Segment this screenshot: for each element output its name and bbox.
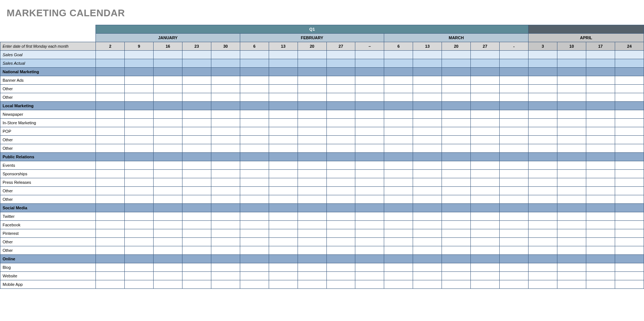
sales-goal-cell[interactable]: [355, 51, 384, 59]
data-cell[interactable]: [529, 127, 557, 136]
data-cell[interactable]: [125, 93, 154, 102]
data-cell[interactable]: [413, 187, 442, 195]
data-cell[interactable]: [96, 272, 125, 280]
data-cell[interactable]: [240, 221, 269, 229]
data-cell[interactable]: [154, 263, 182, 272]
data-cell[interactable]: [298, 93, 326, 102]
week-date-cell[interactable]: 20: [442, 42, 471, 51]
data-cell[interactable]: [125, 85, 154, 93]
data-cell[interactable]: [355, 127, 384, 136]
data-cell[interactable]: [471, 161, 500, 170]
data-cell[interactable]: [586, 221, 615, 229]
sales-goal-cell[interactable]: [154, 51, 182, 59]
sales-goal-cell[interactable]: [211, 51, 240, 59]
data-cell[interactable]: [125, 119, 154, 127]
data-cell[interactable]: [355, 110, 384, 119]
data-cell[interactable]: [269, 178, 298, 187]
data-cell[interactable]: [96, 93, 125, 102]
data-cell[interactable]: [269, 263, 298, 272]
data-cell[interactable]: [413, 170, 442, 178]
data-cell[interactable]: [499, 246, 528, 255]
data-cell[interactable]: [499, 263, 528, 272]
data-cell[interactable]: [355, 195, 384, 204]
data-cell[interactable]: [471, 246, 500, 255]
data-cell[interactable]: [154, 246, 182, 255]
data-cell[interactable]: [125, 127, 154, 136]
data-cell[interactable]: [557, 263, 586, 272]
data-cell[interactable]: [182, 238, 211, 246]
data-cell[interactable]: [529, 76, 557, 85]
data-cell[interactable]: [384, 178, 413, 187]
data-cell[interactable]: [499, 212, 528, 221]
data-cell[interactable]: [529, 178, 557, 187]
week-date-cell[interactable]: 13: [269, 42, 298, 51]
week-date-cell[interactable]: 24: [615, 42, 644, 51]
data-cell[interactable]: [182, 212, 211, 221]
data-cell[interactable]: [355, 212, 384, 221]
data-cell[interactable]: [442, 119, 471, 127]
data-cell[interactable]: [586, 272, 615, 280]
data-cell[interactable]: [557, 195, 586, 204]
data-cell[interactable]: [615, 136, 644, 144]
data-cell[interactable]: [298, 127, 326, 136]
data-cell[interactable]: [557, 119, 586, 127]
data-cell[interactable]: [125, 238, 154, 246]
data-cell[interactable]: [442, 136, 471, 144]
sales-actual-cell[interactable]: [529, 59, 557, 68]
data-cell[interactable]: [355, 144, 384, 153]
data-cell[interactable]: [442, 238, 471, 246]
data-cell[interactable]: [326, 187, 355, 195]
data-cell[interactable]: [384, 119, 413, 127]
data-cell[interactable]: [557, 76, 586, 85]
data-cell[interactable]: [125, 144, 154, 153]
data-cell[interactable]: [615, 110, 644, 119]
week-date-cell[interactable]: 23: [182, 42, 211, 51]
data-cell[interactable]: [125, 272, 154, 280]
data-cell[interactable]: [499, 136, 528, 144]
data-cell[interactable]: [384, 85, 413, 93]
data-cell[interactable]: [499, 229, 528, 238]
data-cell[interactable]: [499, 144, 528, 153]
week-date-cell[interactable]: 13: [413, 42, 442, 51]
data-cell[interactable]: [615, 144, 644, 153]
data-cell[interactable]: [586, 263, 615, 272]
data-cell[interactable]: [615, 119, 644, 127]
data-cell[interactable]: [96, 212, 125, 221]
data-cell[interactable]: [586, 246, 615, 255]
data-cell[interactable]: [298, 280, 326, 289]
data-cell[interactable]: [442, 195, 471, 204]
data-cell[interactable]: [413, 127, 442, 136]
data-cell[interactable]: [154, 212, 182, 221]
data-cell[interactable]: [154, 76, 182, 85]
data-cell[interactable]: [384, 187, 413, 195]
data-cell[interactable]: [413, 195, 442, 204]
data-cell[interactable]: [355, 85, 384, 93]
data-cell[interactable]: [471, 238, 500, 246]
data-cell[interactable]: [211, 93, 240, 102]
data-cell[interactable]: [182, 76, 211, 85]
data-cell[interactable]: [154, 280, 182, 289]
data-cell[interactable]: [240, 76, 269, 85]
data-cell[interactable]: [269, 272, 298, 280]
data-cell[interactable]: [125, 280, 154, 289]
sales-goal-cell[interactable]: [529, 51, 557, 59]
week-date-cell[interactable]: 6: [384, 42, 413, 51]
data-cell[interactable]: [529, 212, 557, 221]
data-cell[interactable]: [586, 110, 615, 119]
data-cell[interactable]: [211, 76, 240, 85]
data-cell[interactable]: [586, 119, 615, 127]
sales-actual-cell[interactable]: [355, 59, 384, 68]
data-cell[interactable]: [557, 127, 586, 136]
data-cell[interactable]: [182, 127, 211, 136]
data-cell[interactable]: [96, 136, 125, 144]
data-cell[interactable]: [499, 195, 528, 204]
sales-goal-cell[interactable]: [557, 51, 586, 59]
data-cell[interactable]: [499, 238, 528, 246]
data-cell[interactable]: [211, 187, 240, 195]
data-cell[interactable]: [384, 280, 413, 289]
data-cell[interactable]: [557, 229, 586, 238]
data-cell[interactable]: [499, 280, 528, 289]
data-cell[interactable]: [182, 221, 211, 229]
sales-actual-cell[interactable]: [326, 59, 355, 68]
data-cell[interactable]: [355, 272, 384, 280]
